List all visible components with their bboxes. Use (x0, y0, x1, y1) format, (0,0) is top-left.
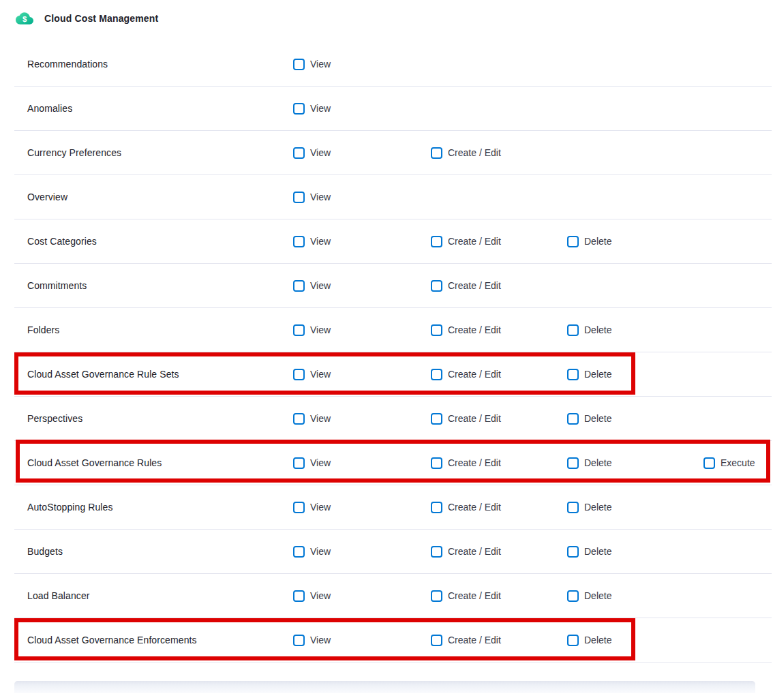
view-permission[interactable]: View (293, 457, 331, 469)
checkbox-delete-icon[interactable] (567, 590, 579, 602)
checkbox-delete-icon[interactable] (567, 546, 579, 558)
checkbox-delete-icon[interactable] (567, 457, 579, 469)
create-edit-permission[interactable]: Create / Edit (431, 502, 501, 513)
view-permission[interactable]: View (293, 192, 331, 203)
resource-name: Cloud Asset Governance Enforcements (27, 635, 293, 645)
delete-permission[interactable]: Delete (567, 502, 611, 513)
create-edit-permission[interactable]: Create / Edit (431, 590, 501, 602)
section-title: Cloud Cost Management (44, 13, 158, 24)
checkbox-create-edit-label: Create / Edit (448, 502, 501, 513)
checkbox-create-edit-icon[interactable] (431, 635, 442, 646)
checkbox-delete-label: Delete (584, 635, 611, 645)
view-permission[interactable]: View (293, 103, 331, 115)
section-header: $ Cloud Cost Management (0, 0, 773, 42)
delete-permission[interactable]: Delete (567, 457, 611, 469)
checkbox-create-edit-icon[interactable] (431, 280, 442, 292)
checkbox-create-edit-icon[interactable] (431, 369, 442, 380)
create-edit-permission[interactable]: Create / Edit (431, 280, 501, 292)
checkbox-view-label: View (310, 502, 331, 513)
permission-row: Anomalies View (14, 87, 772, 131)
checkbox-view-label: View (310, 280, 331, 291)
delete-permission[interactable]: Delete (567, 413, 611, 425)
checkbox-view-icon[interactable] (293, 236, 305, 247)
checkbox-view-icon[interactable] (293, 103, 305, 115)
create-edit-permission[interactable]: Create / Edit (431, 635, 501, 646)
checkbox-execute-icon[interactable] (703, 457, 715, 469)
create-edit-permission[interactable]: Create / Edit (431, 369, 501, 380)
checkbox-view-icon[interactable] (293, 590, 305, 602)
checkbox-view-icon[interactable] (293, 280, 305, 292)
delete-permission[interactable]: Delete (567, 324, 611, 336)
checkbox-create-edit-icon[interactable] (431, 324, 442, 336)
checkbox-delete-label: Delete (584, 590, 611, 601)
resource-name: AutoStopping Rules (27, 502, 293, 513)
checkbox-view-label: View (310, 59, 331, 70)
checkbox-view-icon[interactable] (293, 324, 305, 336)
checkbox-delete-label: Delete (584, 413, 611, 424)
checkbox-view-label: View (310, 147, 331, 158)
checkbox-view-icon[interactable] (293, 546, 305, 558)
checkbox-create-edit-icon[interactable] (431, 457, 442, 469)
resource-name: Overview (27, 192, 293, 202)
checkbox-view-icon[interactable] (293, 502, 305, 513)
permission-row: Perspectives View Create / Edit Delete (14, 397, 772, 441)
view-permission[interactable]: View (293, 635, 331, 646)
permission-row: Commitments View Create / Edit (14, 264, 772, 308)
resource-name: Cloud Asset Governance Rule Sets (27, 369, 293, 380)
create-edit-permission[interactable]: Create / Edit (431, 457, 501, 469)
checkbox-delete-icon[interactable] (567, 635, 579, 646)
checkbox-view-icon[interactable] (293, 59, 305, 70)
resource-name: Load Balancer (27, 590, 293, 601)
resource-name: Budgets (27, 546, 293, 557)
view-permission[interactable]: View (293, 546, 331, 558)
checkbox-create-edit-label: Create / Edit (448, 546, 501, 557)
view-permission[interactable]: View (293, 369, 331, 380)
checkbox-create-edit-icon[interactable] (431, 502, 442, 513)
delete-permission[interactable]: Delete (567, 635, 611, 646)
permission-row: Cloud Asset Governance Rule Sets View Cr… (14, 352, 772, 397)
checkbox-create-edit-icon[interactable] (431, 590, 442, 602)
checkbox-delete-icon[interactable] (567, 369, 579, 380)
checkbox-view-label: View (310, 192, 331, 202)
delete-permission[interactable]: Delete (567, 546, 611, 558)
checkbox-delete-label: Delete (584, 369, 611, 380)
create-edit-permission[interactable]: Create / Edit (431, 147, 501, 159)
create-edit-permission[interactable]: Create / Edit (431, 324, 501, 336)
permission-row: Currency Preferences View Create / Edit (14, 131, 772, 175)
permission-row: Overview View (14, 175, 772, 219)
checkbox-view-icon[interactable] (293, 457, 305, 469)
checkbox-view-icon[interactable] (293, 635, 305, 646)
view-permission[interactable]: View (293, 147, 331, 159)
checkbox-create-edit-icon[interactable] (431, 147, 442, 159)
view-permission[interactable]: View (293, 59, 331, 70)
create-edit-permission[interactable]: Create / Edit (431, 236, 501, 247)
checkbox-create-edit-icon[interactable] (431, 236, 442, 247)
execute-permission[interactable]: Execute (703, 457, 755, 469)
create-edit-permission[interactable]: Create / Edit (431, 546, 501, 558)
view-permission[interactable]: View (293, 590, 331, 602)
delete-permission[interactable]: Delete (567, 369, 611, 380)
view-permission[interactable]: View (293, 280, 331, 292)
checkbox-delete-icon[interactable] (567, 413, 579, 425)
checkbox-create-edit-icon[interactable] (431, 413, 442, 425)
collapsed-next-section-bar[interactable] (14, 681, 755, 693)
view-permission[interactable]: View (293, 236, 331, 247)
checkbox-view-icon[interactable] (293, 413, 305, 425)
checkbox-view-icon[interactable] (293, 369, 305, 380)
checkbox-create-edit-label: Create / Edit (448, 457, 501, 468)
checkbox-create-edit-label: Create / Edit (448, 147, 501, 158)
delete-permission[interactable]: Delete (567, 236, 611, 247)
checkbox-view-icon[interactable] (293, 192, 305, 203)
view-permission[interactable]: View (293, 502, 331, 513)
permission-row: Load Balancer View Create / Edit Delete (14, 574, 772, 618)
view-permission[interactable]: View (293, 413, 331, 425)
delete-permission[interactable]: Delete (567, 590, 611, 602)
checkbox-create-edit-icon[interactable] (431, 546, 442, 558)
checkbox-view-label: View (310, 546, 331, 557)
view-permission[interactable]: View (293, 324, 331, 336)
checkbox-delete-icon[interactable] (567, 502, 579, 513)
checkbox-view-icon[interactable] (293, 147, 305, 159)
checkbox-delete-icon[interactable] (567, 236, 579, 247)
checkbox-delete-icon[interactable] (567, 324, 579, 336)
create-edit-permission[interactable]: Create / Edit (431, 413, 501, 425)
